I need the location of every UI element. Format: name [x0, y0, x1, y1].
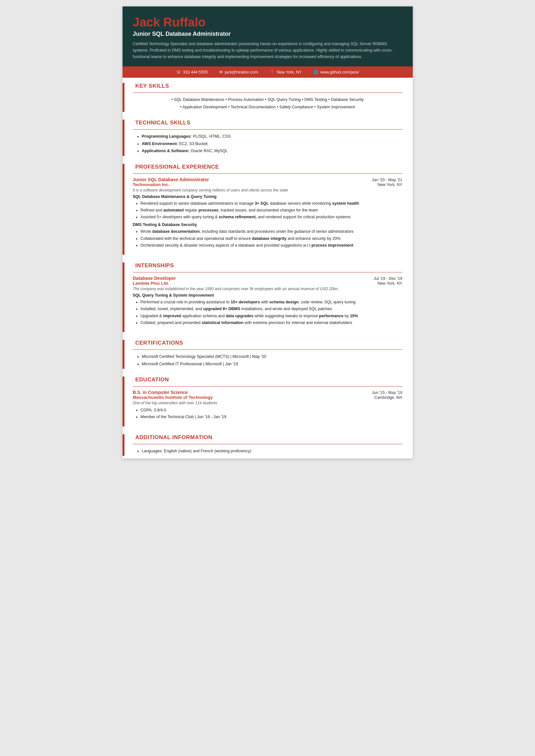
job-1-bullets-2: Wrote database documentation, including … — [133, 228, 403, 249]
internship-1-company-row: Lambda Plus Ltd. New York, NY — [133, 281, 403, 285]
edu-description: One of the top universities with over 11… — [133, 401, 403, 405]
section-bar-internships — [123, 262, 125, 332]
prof-exp-header: PROFESSIONAL EXPERIENCE — [133, 164, 403, 170]
section-bar-prof-exp — [123, 164, 125, 255]
technical-skills-section: TECHNICAL SKILLS Programming Languages: … — [123, 115, 413, 159]
section-bar-key-skills — [123, 83, 125, 112]
header-section: Jack Ruffalo Junior SQL Database Adminis… — [123, 7, 413, 67]
certifications-list: Microsoft Certified Technology Specialis… — [133, 353, 403, 367]
job-1-bullet-2: Refined and automated regular processes,… — [141, 207, 403, 214]
prof-exp-title: PROFESSIONAL EXPERIENCE — [133, 164, 219, 170]
technical-skills-header: TECHNICAL SKILLS — [133, 120, 403, 126]
internship-1-bullet-1: Performed a crucial role in providing as… — [141, 299, 403, 306]
resume-container: Jack Ruffalo Junior SQL Database Adminis… — [123, 7, 413, 458]
internship-1-title-row: Database Developer Jul '19 - Dec '19 — [133, 276, 403, 281]
edu-degree-name: B.S. in Computer Science — [133, 390, 188, 395]
skill-item-1: Programming Languages: PL/SQL, HTML, CSS — [142, 133, 403, 140]
internship-1-date: Jul '19 - Dec '19 — [374, 276, 403, 281]
professional-experience-section: PROFESSIONAL EXPERIENCE Junior SQL Datab… — [123, 159, 413, 257]
education-title: EDUCATION — [133, 377, 169, 383]
additional-info-section: ADDITIONAL INFORMATION Languages: Englis… — [123, 429, 413, 459]
internship-1-bullet-4: Collated, prepared and presented statist… — [141, 319, 403, 326]
edu-bullets: CGPA: 3.8/4.0 Member of the Technical Cl… — [133, 407, 403, 421]
job-1-company-row: Technovation Inc. New York, NY — [133, 182, 403, 187]
section-bar-education — [123, 377, 125, 426]
contact-website: 🌐 www.github.com/jack/ — [313, 69, 359, 74]
job-1-date: Jan '20 - May '21 — [372, 177, 402, 182]
job-1: Junior SQL Database Administrator Jan '2… — [133, 177, 403, 249]
internship-1-bullets-1: Performed a crucial role in providing as… — [133, 299, 403, 326]
add-info-item-1: Languages: English (native) and French (… — [142, 447, 403, 455]
section-bar-technical-skills — [123, 120, 125, 156]
technical-skills-title: TECHNICAL SKILLS — [133, 120, 191, 126]
skill-value-3: Oracle RAC, MySQL — [191, 148, 228, 153]
location-icon: 📍 — [269, 69, 275, 74]
education-header: EDUCATION — [133, 377, 403, 383]
body-section: KEY SKILLS • SQL Database Maintenance • … — [123, 78, 413, 458]
additional-info-divider — [133, 444, 403, 444]
section-bar-additional-info — [123, 434, 125, 456]
web-icon: 🌐 — [313, 69, 318, 74]
job-1-title-row: Junior SQL Database Administrator Jan '2… — [133, 177, 403, 182]
internships-section: INTERNSHIPS Database Developer Jul '19 -… — [123, 257, 413, 335]
education-section: EDUCATION B.S. in Computer Science Jun '… — [123, 371, 413, 429]
contact-phone: ☏ 333 444 5555 — [176, 69, 208, 74]
certifications-divider — [133, 349, 403, 350]
internship-1-location: New York, NY — [377, 281, 402, 285]
job-1-bullet-6: Orchestrated security & disaster recover… — [141, 242, 403, 249]
contact-bar: ☏ 333 444 5555 ✉ jack@hiration.com 📍 New… — [123, 67, 413, 78]
edu-institution-row: Massachusetts Institute of Technology Ca… — [133, 395, 403, 400]
edu-institution-name: Massachusetts Institute of Technology — [133, 395, 213, 400]
job-1-location: New York, NY — [377, 182, 402, 187]
internship-1-company: Lambda Plus Ltd. — [133, 281, 169, 285]
skill-value-1: PL/SQL, HTML, CSS — [193, 134, 231, 139]
skill-item-2: AWS Environment: EC2, S3 Bucket — [142, 140, 403, 148]
job-1-bullets-1: Rendered support to senior database admi… — [133, 200, 403, 221]
education-entry-1: B.S. in Computer Science Jun '15 - May '… — [133, 390, 403, 421]
internship-1-bullet-2: Installed, tuned, implemented, and upgra… — [141, 306, 403, 312]
key-skills-title: KEY SKILLS — [133, 83, 169, 89]
edu-degree-row: B.S. in Computer Science Jun '15 - May '… — [133, 390, 403, 395]
additional-info-header: ADDITIONAL INFORMATION — [133, 434, 403, 441]
job-1-title: Junior SQL Database Administrator — [133, 177, 209, 182]
key-skills-divider — [133, 93, 403, 93]
job-1-description: It is a software development company ser… — [133, 188, 403, 193]
skill-label-3: Applications & Software: — [142, 148, 190, 153]
prof-exp-divider — [133, 174, 403, 174]
skill-item-3: Applications & Software: Oracle RAC, MyS… — [142, 147, 403, 155]
cert-item-2: Microsoft Certified IT Professional | Mi… — [142, 361, 403, 368]
internships-header: INTERNSHIPS — [133, 262, 403, 269]
section-bar-certifications — [123, 340, 125, 369]
skill-label-2: AWS Environment: — [142, 142, 178, 146]
contact-email: ✉ jack@hiration.com — [219, 69, 258, 74]
edu-location: Cambridge, MA — [375, 395, 403, 400]
job-1-bullet-5: Collaborated with the technical and oper… — [141, 235, 403, 242]
job-1-subheading-1: SQL Database Maintenance & Query Tuning — [133, 194, 403, 199]
edu-date: Jun '15 - May '19 — [372, 391, 402, 395]
education-divider — [133, 386, 403, 387]
job-1-bullet-4: Wrote database documentation, including … — [141, 228, 403, 235]
job-1-company: Technovation Inc. — [133, 182, 170, 187]
key-skills-line1: • SQL Database Maintenance • Process Aut… — [133, 96, 403, 103]
key-skills-section: KEY SKILLS • SQL Database Maintenance • … — [123, 78, 413, 115]
key-skills-line2: • Application Development • Technical Do… — [133, 103, 403, 111]
skill-label-1: Programming Languages: — [142, 134, 192, 139]
additional-info-list: Languages: English (native) and French (… — [133, 447, 403, 455]
internship-1-title: Database Developer — [133, 276, 176, 281]
internship-1-subheading-1: SQL Query Tuning & System Improvement — [133, 293, 403, 298]
additional-info-title: ADDITIONAL INFORMATION — [133, 434, 212, 441]
job-1-subheading-2: DMS Testing & Database Security — [133, 223, 403, 227]
internship-1: Database Developer Jul '19 - Dec '19 Lam… — [133, 276, 403, 326]
skill-value-2: EC2, S3 Bucket — [179, 142, 208, 146]
candidate-name: Jack Ruffalo — [133, 15, 403, 29]
internship-1-bullet-3: Upgraded & improved application schema a… — [141, 313, 403, 319]
certifications-header: CERTIFICATIONS — [133, 340, 403, 346]
technical-skills-list: Programming Languages: PL/SQL, HTML, CSS… — [133, 133, 403, 155]
cert-item-1: Microsoft Certified Technology Specialis… — [142, 353, 403, 361]
candidate-summary: Certified Technology Specialist and data… — [133, 40, 403, 60]
technical-skills-divider — [133, 129, 403, 130]
certifications-title: CERTIFICATIONS — [133, 340, 183, 346]
contact-location: 📍 New York, NY — [269, 69, 301, 74]
internships-divider — [133, 272, 403, 272]
key-skills-content: • SQL Database Maintenance • Process Aut… — [133, 96, 403, 111]
